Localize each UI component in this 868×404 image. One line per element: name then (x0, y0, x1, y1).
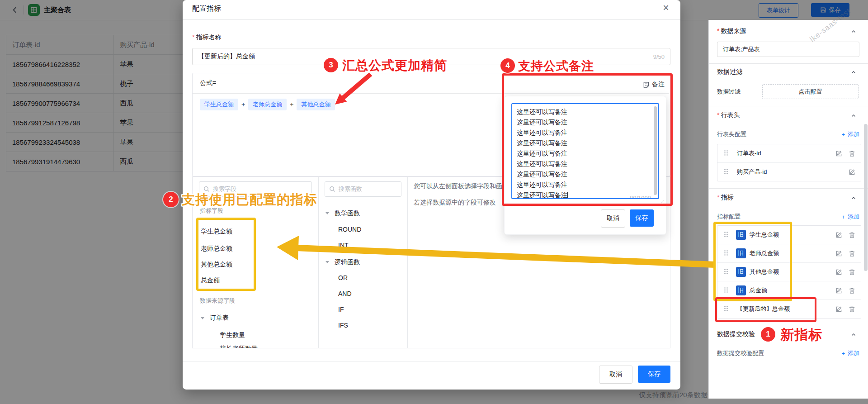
source-table-node[interactable]: 订单表 (210, 314, 229, 322)
trash-icon[interactable] (849, 150, 855, 157)
annotation-circle-3: 3 (324, 58, 338, 72)
list-item[interactable]: 旧 总金额 (717, 281, 861, 300)
list-item[interactable]: 购买产品-id (717, 163, 861, 181)
drag-handle-icon[interactable] (724, 305, 728, 313)
drag-handle-icon[interactable] (724, 250, 728, 257)
drag-handle-icon[interactable] (724, 268, 728, 276)
collapse-caret-icon[interactable] (851, 113, 856, 120)
collapse-caret-icon[interactable] (851, 332, 856, 339)
row-header-config-label: 行表头配置 (717, 130, 746, 138)
note-icon (643, 81, 650, 88)
filter-row-label: 数据过滤 (717, 88, 741, 96)
collapse-caret-icon[interactable] (851, 29, 856, 36)
add-validation-link[interactable]: +添加 (841, 349, 859, 357)
note-save-button[interactable]: 保存 (630, 209, 654, 227)
source-field-item[interactable]: 校长老师数量 (220, 345, 258, 348)
trash-icon[interactable] (849, 232, 855, 238)
formula-tag[interactable]: 其他总金额 (297, 99, 335, 110)
resize-handle-icon[interactable] (660, 200, 664, 204)
list-item[interactable]: 旧 其他总金额 (717, 263, 861, 281)
list-item[interactable]: 旧 学生总金额 (717, 226, 861, 244)
collapse-caret-icon[interactable] (851, 69, 856, 76)
collapse-caret-icon[interactable] (851, 195, 856, 202)
dialog-footer-divider (183, 361, 680, 361)
note-line: 这里还可以写备注 (517, 169, 654, 180)
filter-config-button[interactable]: 点击配置 (762, 84, 859, 99)
list-item[interactable]: 订单表-id (717, 144, 861, 163)
function-group-label[interactable]: 逻辑函数 (335, 258, 360, 266)
annotation-text-3: 汇总公式更加精简 (342, 57, 447, 74)
function-item[interactable]: IFS (338, 322, 348, 329)
source-fields-title: 数据来源字段 (200, 297, 235, 305)
formula-tag[interactable]: 学生总金额 (200, 99, 238, 110)
drag-handle-icon[interactable] (724, 231, 728, 239)
old-badge: 旧 (736, 230, 746, 240)
data-source-section-title: *数据来源 (717, 27, 746, 35)
textarea-scrollbar[interactable] (654, 106, 657, 195)
annotation-circle-4: 4 (500, 58, 515, 73)
function-group-label[interactable]: 数学函数 (335, 209, 360, 218)
drag-handle-icon[interactable] (724, 287, 728, 295)
old-badge: 旧 (736, 285, 746, 295)
metric-field-item[interactable]: 学生总金额 (201, 228, 232, 236)
edit-icon[interactable] (835, 306, 842, 313)
note-cancel-button[interactable]: 取消 (601, 209, 625, 228)
metric-section-title: *指标 (717, 194, 733, 202)
note-line: 这里还可以写备注 (517, 117, 654, 128)
add-metric-link[interactable]: +添加 (841, 213, 859, 221)
function-item[interactable]: ROUND (338, 226, 361, 233)
close-button[interactable]: × (659, 1, 673, 14)
chevron-down-icon[interactable] (326, 261, 329, 263)
cancel-button[interactable]: 取消 (599, 366, 632, 384)
annotation-circle-2: 2 (163, 192, 179, 207)
metric-field-item[interactable]: 其他总金额 (201, 261, 232, 269)
validation-section-title: 数据提交校验 (717, 330, 755, 338)
source-field-item[interactable]: 学生数量 (220, 331, 245, 339)
annotation-circle-1: 1 (761, 327, 775, 342)
trash-icon[interactable] (849, 269, 855, 276)
chevron-down-icon[interactable] (201, 317, 204, 319)
formula-tag[interactable]: 老师总金额 (248, 99, 287, 110)
add-row-header-link[interactable]: +添加 (841, 130, 859, 138)
function-item[interactable]: IF (338, 306, 344, 313)
filter-section-title: 数据过滤 (717, 68, 742, 76)
help-text: 您可以从左侧面板选择字段和函 (414, 182, 502, 190)
plus-icon: + (841, 350, 845, 357)
edit-icon[interactable] (835, 250, 842, 257)
metric-name-label: *指标名称 (192, 33, 221, 42)
function-item[interactable]: OR (338, 274, 348, 281)
note-line: 这里还可以写备注 (517, 128, 654, 138)
chevron-down-icon[interactable] (326, 212, 329, 214)
formula-expression: 学生总金额 + 老师总金额 + 其他总金额 (200, 99, 335, 110)
function-item[interactable]: AND (338, 290, 352, 297)
edit-icon[interactable] (835, 287, 842, 294)
edit-icon[interactable] (835, 232, 842, 238)
note-button[interactable]: 备注 (643, 81, 665, 89)
function-item[interactable]: INT (338, 242, 349, 249)
edit-icon[interactable] (835, 150, 842, 157)
sidebar-scrollbar[interactable] (864, 124, 868, 271)
note-textarea[interactable]: 这里还可以写备注 这里还可以写备注 这里还可以写备注 这里还可以写备注 这里还可… (511, 103, 659, 199)
functions-column: 搜索函数 数学函数 ROUND INT 逻辑函数 OR AND IF IFS (318, 177, 408, 348)
trash-icon[interactable] (849, 287, 855, 294)
search-function-input[interactable]: 搜索函数 (325, 181, 401, 197)
list-item[interactable]: 【更新后的】总金额 (717, 300, 861, 318)
edit-icon[interactable] (835, 269, 842, 276)
search-icon (329, 186, 335, 192)
metric-field-item[interactable]: 总金额 (201, 276, 220, 285)
dialog-header-divider (183, 19, 680, 20)
edit-icon[interactable] (849, 169, 855, 176)
trash-icon[interactable] (849, 250, 855, 257)
metric-field-item[interactable]: 老师总金额 (201, 245, 232, 253)
data-source-input[interactable]: 订单表;产品表 (717, 42, 859, 57)
save-button[interactable]: 保存 (638, 366, 670, 383)
drag-handle-icon[interactable] (724, 150, 728, 157)
note-line: 这里还可以写备注 (517, 180, 654, 190)
drag-handle-icon[interactable] (724, 168, 728, 176)
old-badge: 旧 (736, 248, 746, 258)
annotation-text-4: 支持公式备注 (518, 58, 594, 74)
list-item[interactable]: 旧 老师总金额 (717, 244, 861, 263)
plus-operator: + (241, 101, 245, 108)
trash-icon[interactable] (849, 306, 855, 313)
dialog-title: 配置指标 (192, 4, 221, 14)
